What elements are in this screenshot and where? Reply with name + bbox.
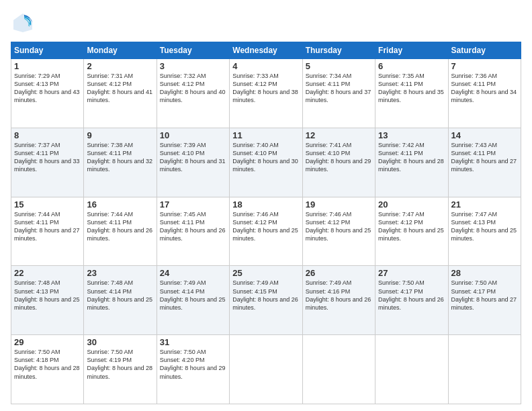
day-number: 5 — [306, 61, 372, 71]
calendar-week-row: 1Sunrise: 7:29 AMSunset: 4:13 PMDaylight… — [11, 59, 521, 128]
day-info: Sunrise: 7:49 AMSunset: 4:15 PMDaylight:… — [232, 279, 299, 312]
day-number: 1 — [14, 61, 81, 71]
day-info: Sunrise: 7:47 AMSunset: 4:12 PMDaylight:… — [378, 210, 445, 243]
day-info: Sunrise: 7:48 AMSunset: 4:13 PMDaylight:… — [14, 279, 81, 312]
day-info: Sunrise: 7:36 AMSunset: 4:11 PMDaylight:… — [451, 72, 518, 105]
weekday-header: Tuesday — [157, 42, 229, 59]
calendar-week-row: 29Sunrise: 7:50 AMSunset: 4:18 PMDayligh… — [11, 335, 521, 404]
day-info: Sunrise: 7:39 AMSunset: 4:10 PMDaylight:… — [160, 141, 226, 174]
day-number: 15 — [14, 199, 81, 210]
calendar-cell — [448, 335, 521, 404]
day-info: Sunrise: 7:29 AMSunset: 4:13 PMDaylight:… — [14, 72, 81, 105]
day-number: 18 — [232, 199, 299, 210]
day-number: 20 — [378, 199, 445, 210]
weekday-header: Sunday — [11, 42, 84, 59]
calendar-cell: 4Sunrise: 7:33 AMSunset: 4:12 PMDaylight… — [230, 59, 302, 128]
logo — [11, 11, 38, 35]
day-number: 26 — [306, 268, 372, 278]
day-number: 31 — [160, 337, 226, 347]
day-number: 24 — [160, 268, 226, 278]
day-info: Sunrise: 7:34 AMSunset: 4:11 PMDaylight:… — [306, 72, 372, 105]
day-number: 13 — [378, 130, 445, 140]
day-info: Sunrise: 7:44 AMSunset: 4:11 PMDaylight:… — [14, 210, 81, 243]
calendar-cell: 20Sunrise: 7:47 AMSunset: 4:12 PMDayligh… — [375, 197, 448, 266]
day-number: 19 — [306, 199, 372, 210]
calendar-cell: 14Sunrise: 7:43 AMSunset: 4:11 PMDayligh… — [448, 128, 521, 197]
calendar-cell: 12Sunrise: 7:41 AMSunset: 4:10 PMDayligh… — [302, 128, 375, 197]
day-number: 2 — [87, 61, 153, 71]
calendar-cell: 27Sunrise: 7:50 AMSunset: 4:17 PMDayligh… — [375, 266, 448, 335]
calendar-header-row: SundayMondayTuesdayWednesdayThursdayFrid… — [11, 42, 521, 59]
calendar-cell: 24Sunrise: 7:49 AMSunset: 4:14 PMDayligh… — [157, 266, 229, 335]
calendar-cell: 13Sunrise: 7:42 AMSunset: 4:11 PMDayligh… — [375, 128, 448, 197]
calendar-cell: 1Sunrise: 7:29 AMSunset: 4:13 PMDaylight… — [11, 59, 84, 128]
calendar-cell: 7Sunrise: 7:36 AMSunset: 4:11 PMDaylight… — [448, 59, 521, 128]
day-info: Sunrise: 7:35 AMSunset: 4:11 PMDaylight:… — [378, 72, 445, 105]
calendar-week-row: 15Sunrise: 7:44 AMSunset: 4:11 PMDayligh… — [11, 197, 521, 266]
day-info: Sunrise: 7:37 AMSunset: 4:11 PMDaylight:… — [14, 141, 81, 174]
calendar-week-row: 22Sunrise: 7:48 AMSunset: 4:13 PMDayligh… — [11, 266, 521, 335]
calendar-cell: 3Sunrise: 7:32 AMSunset: 4:12 PMDaylight… — [157, 59, 229, 128]
day-info: Sunrise: 7:43 AMSunset: 4:11 PMDaylight:… — [451, 141, 518, 174]
day-info: Sunrise: 7:50 AMSunset: 4:18 PMDaylight:… — [14, 348, 81, 381]
calendar-cell: 21Sunrise: 7:47 AMSunset: 4:13 PMDayligh… — [448, 197, 521, 266]
day-number: 21 — [451, 199, 518, 210]
day-info: Sunrise: 7:44 AMSunset: 4:11 PMDaylight:… — [87, 210, 153, 243]
calendar-cell — [302, 335, 375, 404]
calendar-cell: 17Sunrise: 7:45 AMSunset: 4:11 PMDayligh… — [157, 197, 229, 266]
day-info: Sunrise: 7:41 AMSunset: 4:10 PMDaylight:… — [306, 141, 372, 174]
calendar-cell: 19Sunrise: 7:46 AMSunset: 4:12 PMDayligh… — [302, 197, 375, 266]
day-info: Sunrise: 7:42 AMSunset: 4:11 PMDaylight:… — [378, 141, 445, 174]
calendar-cell: 8Sunrise: 7:37 AMSunset: 4:11 PMDaylight… — [11, 128, 84, 197]
calendar-cell: 30Sunrise: 7:50 AMSunset: 4:19 PMDayligh… — [84, 335, 157, 404]
day-number: 14 — [451, 130, 518, 140]
calendar-cell: 23Sunrise: 7:48 AMSunset: 4:14 PMDayligh… — [84, 266, 157, 335]
calendar-cell: 25Sunrise: 7:49 AMSunset: 4:15 PMDayligh… — [230, 266, 302, 335]
day-info: Sunrise: 7:38 AMSunset: 4:11 PMDaylight:… — [87, 141, 153, 174]
calendar-cell: 22Sunrise: 7:48 AMSunset: 4:13 PMDayligh… — [11, 266, 84, 335]
day-number: 30 — [87, 337, 153, 347]
weekday-header: Monday — [84, 42, 157, 59]
day-number: 9 — [87, 130, 153, 140]
day-number: 23 — [87, 268, 153, 278]
weekday-header: Friday — [375, 42, 448, 59]
day-number: 29 — [14, 337, 81, 347]
day-number: 28 — [451, 268, 518, 278]
generalblue-icon — [11, 11, 35, 35]
day-number: 8 — [14, 130, 81, 140]
day-number: 12 — [306, 130, 372, 140]
calendar-cell: 26Sunrise: 7:49 AMSunset: 4:16 PMDayligh… — [302, 266, 375, 335]
calendar-cell: 15Sunrise: 7:44 AMSunset: 4:11 PMDayligh… — [11, 197, 84, 266]
calendar-week-row: 8Sunrise: 7:37 AMSunset: 4:11 PMDaylight… — [11, 128, 521, 197]
day-info: Sunrise: 7:46 AMSunset: 4:12 PMDaylight:… — [306, 210, 372, 243]
day-info: Sunrise: 7:50 AMSunset: 4:17 PMDaylight:… — [378, 279, 445, 312]
page: SundayMondayTuesdayWednesdayThursdayFrid… — [0, 0, 532, 411]
day-number: 11 — [232, 130, 299, 140]
calendar-cell: 28Sunrise: 7:50 AMSunset: 4:17 PMDayligh… — [448, 266, 521, 335]
day-number: 4 — [232, 61, 299, 71]
day-number: 22 — [14, 268, 81, 278]
day-info: Sunrise: 7:32 AMSunset: 4:12 PMDaylight:… — [160, 72, 226, 105]
calendar-cell — [375, 335, 448, 404]
day-info: Sunrise: 7:50 AMSunset: 4:17 PMDaylight:… — [451, 279, 518, 312]
weekday-header: Saturday — [448, 42, 521, 59]
day-info: Sunrise: 7:31 AMSunset: 4:12 PMDaylight:… — [87, 72, 153, 105]
calendar-cell: 18Sunrise: 7:46 AMSunset: 4:12 PMDayligh… — [230, 197, 302, 266]
day-number: 6 — [378, 61, 445, 71]
calendar-cell — [230, 335, 302, 404]
weekday-header: Wednesday — [230, 42, 302, 59]
day-number: 27 — [378, 268, 445, 278]
day-number: 3 — [160, 61, 226, 71]
calendar-cell: 16Sunrise: 7:44 AMSunset: 4:11 PMDayligh… — [84, 197, 157, 266]
calendar-cell: 29Sunrise: 7:50 AMSunset: 4:18 PMDayligh… — [11, 335, 84, 404]
day-info: Sunrise: 7:50 AMSunset: 4:20 PMDaylight:… — [160, 348, 226, 381]
calendar-cell: 9Sunrise: 7:38 AMSunset: 4:11 PMDaylight… — [84, 128, 157, 197]
calendar-cell: 10Sunrise: 7:39 AMSunset: 4:10 PMDayligh… — [157, 128, 229, 197]
day-number: 16 — [87, 199, 153, 210]
day-info: Sunrise: 7:46 AMSunset: 4:12 PMDaylight:… — [232, 210, 299, 243]
day-number: 25 — [232, 268, 299, 278]
day-info: Sunrise: 7:49 AMSunset: 4:14 PMDaylight:… — [160, 279, 226, 312]
day-info: Sunrise: 7:48 AMSunset: 4:14 PMDaylight:… — [87, 279, 153, 312]
day-info: Sunrise: 7:40 AMSunset: 4:10 PMDaylight:… — [232, 141, 299, 174]
day-number: 10 — [160, 130, 226, 140]
